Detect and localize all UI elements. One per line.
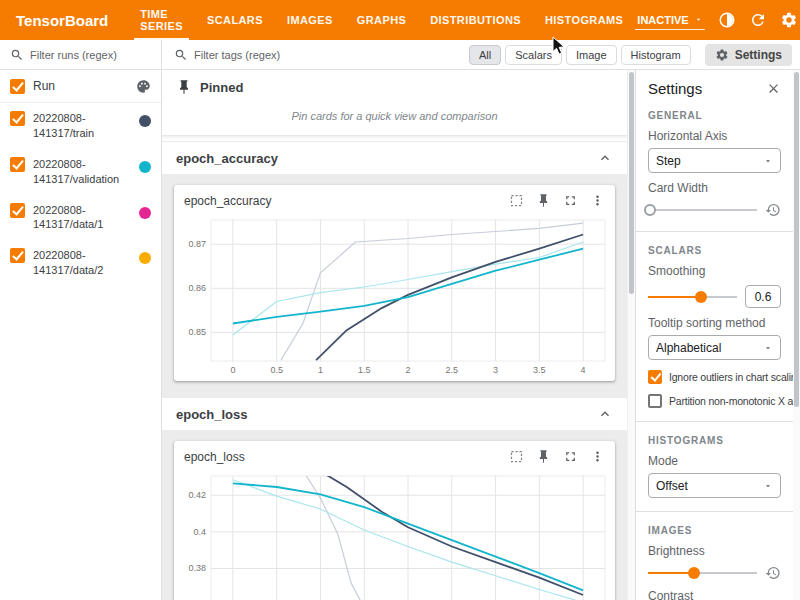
scrollbar-thumb[interactable] [629,72,634,294]
histogram-mode-value: Offset [656,479,688,493]
app-logo[interactable]: TensorBoard [0,0,128,40]
svg-text:2: 2 [405,365,410,375]
slider-knob[interactable] [695,291,707,303]
run-color-dot[interactable] [139,252,151,264]
tab-time-series[interactable]: TIME SERIES [128,0,195,40]
refresh-icon[interactable] [749,11,767,29]
ignore-outliers-checkbox[interactable]: Ignore outliers in chart scaling [648,370,781,384]
pinned-title: Pinned [200,80,243,95]
filter-runs-input[interactable] [30,49,142,61]
pinned-empty-note: Pin cards for a quick view and compariso… [162,104,627,136]
tab-distributions[interactable]: DISTRIBUTIONS [418,0,533,40]
settings-button[interactable]: Settings [705,44,792,66]
smoothing-slider[interactable] [648,290,737,304]
divider [636,421,793,422]
run-color-dot[interactable] [139,115,151,127]
svg-text:0.86: 0.86 [188,283,206,293]
card-width-reset-button[interactable] [765,202,781,218]
epoch-accuracy-chart[interactable]: 00.511.522.533.540.850.860.87 [175,212,615,377]
fit-domain-icon[interactable] [509,193,524,208]
status-value: INACTIVE [637,14,688,26]
main-body: Run 20220808-141317/train 20220808-14131… [0,40,800,600]
tab-images[interactable]: IMAGES [275,0,345,40]
images-section-heading: IMAGES [648,525,781,536]
checkbox[interactable] [648,394,662,408]
partition-x-axis-checkbox[interactable]: Partition non-monotonic X axis ? [648,394,781,408]
chevron-down-icon [694,15,703,24]
filter-runs-bar [0,40,161,70]
gear-icon[interactable] [780,11,798,29]
tab-histograms[interactable]: HISTOGRAMS [533,0,635,40]
card-width-slider[interactable] [648,203,757,217]
svg-text:0.4: 0.4 [193,527,206,537]
pin-icon[interactable] [536,449,551,464]
settings-scrollbar[interactable] [793,70,800,600]
filter-tags-input[interactable] [194,49,463,61]
cards-scrollbar[interactable] [627,70,635,600]
histogram-mode-select[interactable]: Offset [648,473,781,498]
contrast-icon[interactable] [718,11,736,29]
fullscreen-icon[interactable] [563,193,578,208]
slider-knob[interactable] [688,567,700,579]
epoch-loss-chart[interactable]: 00.511.522.533.540.360.380.40.42 [175,468,615,600]
run-row-train[interactable]: 20220808-141317/train [0,103,161,149]
slider-knob[interactable] [644,204,656,216]
run-header-row: Run [0,70,161,103]
chip-all[interactable]: All [469,45,501,65]
chevron-up-icon[interactable] [597,150,613,166]
more-options-icon[interactable] [590,449,605,464]
epoch-loss-card: epoch_loss [174,441,615,600]
epoch-accuracy-card-area: epoch_accuracy [162,175,627,397]
checkbox-label: Partition non-monotonic X axis [669,395,793,407]
run-name: 20220808-141317/data/2 [33,248,131,278]
chip-image[interactable]: Image [566,45,617,65]
chip-histogram[interactable]: Histogram [621,45,691,65]
chevron-down-icon [763,481,773,491]
tooltip-sorting-value: Alphabetical [656,341,721,355]
brightness-reset-button[interactable] [765,565,781,581]
run-column-label: Run [33,78,128,94]
checkbox[interactable] [648,370,662,384]
data-status-select[interactable]: INACTIVE [635,11,704,30]
svg-text:1.5: 1.5 [357,365,370,375]
palette-icon[interactable] [136,79,151,94]
settings-panel: Settings GENERAL Horizontal Axis Step [635,70,793,600]
svg-text:0.38: 0.38 [188,563,206,573]
settings-panel-title: Settings [648,80,702,97]
run-row-data-1[interactable]: 20220808-141317/data/1 [0,195,161,241]
svg-text:0: 0 [230,365,235,375]
run-checkbox[interactable] [10,248,25,263]
run-checkbox[interactable] [10,157,25,172]
horizontal-axis-select[interactable]: Step [648,148,781,173]
run-color-dot[interactable] [139,207,151,219]
svg-text:3.5: 3.5 [533,365,546,375]
section-title: epoch_accuracy [176,151,278,166]
section-header-epoch-loss[interactable]: epoch_loss [162,397,627,431]
run-color-dot[interactable] [139,161,151,173]
tab-graphs[interactable]: GRAPHS [345,0,418,40]
brightness-slider[interactable] [648,566,757,580]
run-row-validation[interactable]: 20220808-141317/validation [0,149,161,195]
tooltip-sorting-select[interactable]: Alphabetical [648,335,781,360]
smoothing-input[interactable]: 0.6 [745,285,781,308]
run-checkbox[interactable] [10,111,25,126]
close-settings-button[interactable] [766,81,781,96]
chevron-up-icon[interactable] [597,406,613,422]
scrollbar-thumb[interactable] [794,72,799,407]
more-options-icon[interactable] [590,193,605,208]
chip-scalars[interactable]: Scalars [505,45,562,65]
run-checkbox[interactable] [10,203,25,218]
pin-icon[interactable] [536,193,551,208]
fullscreen-icon[interactable] [563,449,578,464]
contrast-label: Contrast [648,589,781,600]
tab-scalars[interactable]: SCALARS [195,0,275,40]
horizontal-axis-label: Horizontal Axis [648,129,781,143]
tag-filter-chips: All Scalars Image Histogram [469,45,691,65]
section-header-epoch-accuracy[interactable]: epoch_accuracy [162,141,627,175]
run-row-data-2[interactable]: 20220808-141317/data/2 [0,240,161,286]
run-select-all-checkbox[interactable] [10,79,25,94]
run-name: 20220808-141317/data/1 [33,203,131,233]
checkbox-label: Ignore outliers in chart scaling [669,371,793,383]
card-title: epoch_loss [184,450,509,464]
fit-domain-icon[interactable] [509,449,524,464]
